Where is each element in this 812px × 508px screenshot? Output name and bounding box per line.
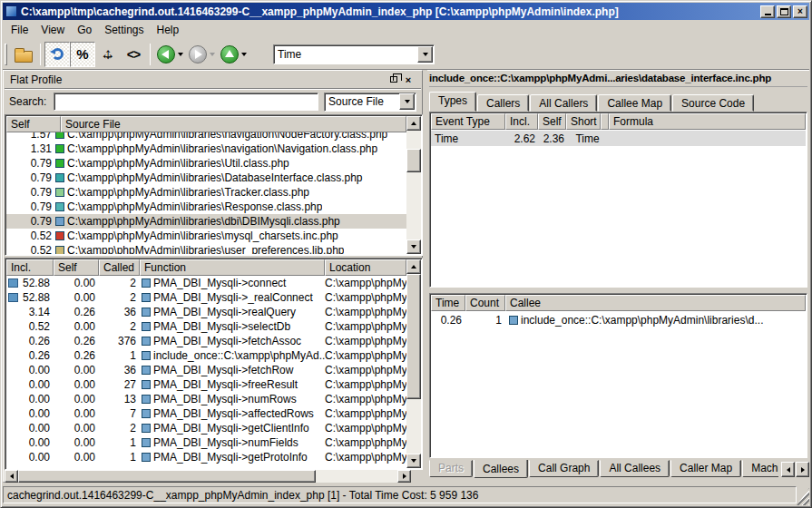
dock-float-button[interactable]: [386, 73, 401, 86]
column-header-called[interactable]: Called: [99, 259, 140, 276]
event-type-row[interactable]: Time 2.62 2.36 Time: [431, 131, 806, 146]
column-header-formula[interactable]: Formula: [609, 113, 806, 130]
titlebar: C:\xampp\tmp\cachegrind.out.1416463299-C…: [3, 3, 809, 20]
scroll-right-button[interactable]: [397, 470, 411, 483]
resize-grip[interactable]: [797, 488, 809, 505]
back-button[interactable]: [154, 42, 186, 67]
close-button[interactable]: ×: [793, 5, 807, 18]
scrollbar-thumb[interactable]: [406, 149, 421, 172]
search-input[interactable]: [54, 93, 318, 111]
column-header-count[interactable]: Count: [465, 295, 505, 311]
incl-value: 0.52: [8, 320, 50, 333]
callee-row[interactable]: 0.26 1 include_once::C:\xampp\phpMyAdmin…: [431, 312, 806, 327]
toolbar-grip[interactable]: [5, 44, 7, 65]
scroll-up-button[interactable]: [406, 259, 421, 274]
column-header-self[interactable]: Self: [54, 259, 99, 276]
scroll-up-button[interactable]: [406, 116, 421, 131]
source-file-row[interactable]: 0.52 C:\xampp\phpMyAdmin\libraries\user_…: [6, 243, 406, 254]
tab[interactable]: Call Graph: [529, 460, 599, 477]
function-row[interactable]: 0.00 0.00 7 PMA_DBI_Mysqli->affectedRows…: [6, 406, 406, 421]
horizontal-scrollbar[interactable]: [5, 470, 411, 483]
column-header-location[interactable]: Location: [325, 259, 406, 276]
function-row[interactable]: 0.00 0.00 27 PMA_DBI_Mysqli->freeResult …: [6, 377, 406, 392]
source-file-row[interactable]: 1.31 C:\xampp\phpMyAdmin\libraries\navig…: [6, 142, 406, 156]
function-row[interactable]: 0.26 0.26 376 PMA_DBI_Mysqli->fetchAssoc…: [6, 334, 406, 348]
tab[interactable]: Caller Map: [670, 460, 741, 477]
tab[interactable]: All Callers: [530, 94, 597, 112]
function-table-scrollbar[interactable]: [406, 259, 421, 468]
function-row[interactable]: 0.52 0.00 2 PMA_DBI_Mysqli->selectDb C:\…: [6, 319, 406, 334]
move-arrows-icon: ↔↕: [99, 45, 117, 64]
tab[interactable]: Source Code: [672, 94, 754, 112]
maximize-button[interactable]: [777, 5, 791, 18]
status-bar: cachegrind.out.1416463299-C__xampp_phpMy…: [3, 484, 809, 505]
column-header-event-type[interactable]: Event Type: [431, 113, 505, 130]
source-file-row[interactable]: 0.79 C:\xampp\phpMyAdmin\libraries\dbi\D…: [6, 214, 406, 229]
cycle-detection-button[interactable]: <>: [121, 42, 146, 67]
tab[interactable]: Machine Code: [742, 460, 778, 477]
tab[interactable]: Callers: [477, 94, 529, 112]
column-header-self[interactable]: Self: [538, 113, 566, 130]
function-row[interactable]: 3.14 0.26 36 PMA_DBI_Mysqli->realQuery C…: [6, 305, 406, 319]
source-table-scrollbar[interactable]: [406, 116, 421, 254]
combo-dropdown-button[interactable]: [399, 93, 415, 110]
up-button[interactable]: [218, 42, 249, 67]
function-row[interactable]: 0.00 0.00 36 PMA_DBI_Mysqli->fetchRow C:…: [6, 363, 406, 377]
function-row[interactable]: 52.88 0.00 2 PMA_DBI_Mysqli->connect C:\…: [6, 276, 406, 290]
column-header-function[interactable]: Function: [140, 259, 325, 276]
column-header-self[interactable]: Self: [6, 116, 61, 132]
tab-scroll-right-button[interactable]: [796, 462, 809, 477]
function-row[interactable]: 0.00 0.00 2 PMA_DBI_Mysqli->getClientInf…: [6, 421, 406, 435]
function-row[interactable]: 0.00 0.00 1 PMA_DBI_Mysqli->numFields C:…: [6, 435, 406, 450]
tab[interactable]: All Callees: [600, 460, 670, 477]
self-value: 0.00: [54, 320, 99, 333]
reload-button[interactable]: [44, 42, 70, 67]
scroll-down-button[interactable]: [406, 454, 421, 468]
forward-icon-disabled: [189, 45, 207, 64]
incl-value: 2.62: [505, 132, 538, 145]
scroll-left-button[interactable]: [5, 470, 18, 483]
grouping-combobox[interactable]: Source File: [324, 93, 416, 112]
combo-dropdown-button[interactable]: [417, 46, 433, 63]
column-header-incl[interactable]: Incl.: [6, 259, 54, 276]
source-file-row[interactable]: 0.52 C:\xampp\phpMyAdmin\libraries\mysql…: [6, 229, 406, 243]
tab[interactable]: Parts: [429, 460, 473, 477]
menu-item[interactable]: View: [34, 22, 71, 38]
forward-button[interactable]: [186, 42, 218, 67]
function-row[interactable]: 0.00 0.00 13 PMA_DBI_Mysqli->numRows C:\…: [6, 392, 406, 406]
expand-areas-button[interactable]: ↔↕: [95, 42, 121, 67]
function-row[interactable]: 52.88 0.00 2 PMA_DBI_Mysqli->_realConnec…: [6, 290, 406, 305]
menu-item[interactable]: Help: [151, 22, 186, 38]
dock-close-button[interactable]: ×: [401, 73, 416, 86]
scroll-down-button[interactable]: [406, 239, 421, 254]
column-header-short[interactable]: Short: [566, 113, 601, 130]
source-file-row[interactable]: 0.79 C:\xampp\phpMyAdmin\libraries\Respo…: [6, 200, 406, 214]
column-header-source-file[interactable]: Source File: [61, 116, 406, 132]
menu-item[interactable]: Settings: [98, 22, 150, 38]
up-icon: [220, 45, 239, 64]
tab-scroll-left-button[interactable]: [781, 462, 795, 477]
event-type-combobox[interactable]: Time: [273, 44, 435, 64]
source-file-row[interactable]: 0.79 C:\xampp\phpMyAdmin\libraries\Util.…: [6, 156, 406, 171]
relative-percent-toggle[interactable]: %: [70, 42, 95, 67]
column-header-incl[interactable]: Incl.: [505, 113, 538, 130]
source-file-row[interactable]: 0.79 C:\xampp\phpMyAdmin\libraries\Track…: [6, 185, 406, 200]
menu-item[interactable]: Go: [71, 22, 98, 38]
column-header-callee[interactable]: Callee: [505, 295, 806, 311]
back-icon: [157, 45, 175, 64]
source-file-row[interactable]: 1.57 C:\xampp\phpMyAdmin\libraries\navig…: [6, 132, 406, 142]
location-value: C:\xampp\phpMyA: [325, 277, 406, 289]
called-count: 27: [99, 378, 140, 391]
source-file-row[interactable]: 0.79 C:\xampp\phpMyAdmin\libraries\Datab…: [6, 171, 406, 185]
column-header-time[interactable]: Time: [431, 295, 465, 311]
tab[interactable]: Callees: [474, 460, 528, 478]
scrollbar-thumb[interactable]: [406, 274, 421, 399]
menu-item[interactable]: File: [5, 22, 34, 38]
function-row[interactable]: 0.00 0.00 1 PMA_DBI_Mysqli->getProtoInfo…: [6, 450, 406, 464]
tab[interactable]: Types: [429, 92, 476, 112]
tab[interactable]: Callee Map: [598, 94, 671, 112]
open-file-button[interactable]: [11, 42, 36, 67]
function-row[interactable]: 0.26 0.26 1 include_once::C:\xampp\phpMy…: [6, 348, 406, 363]
scrollbar-thumb[interactable]: [18, 470, 316, 483]
minimize-button[interactable]: [760, 5, 775, 18]
